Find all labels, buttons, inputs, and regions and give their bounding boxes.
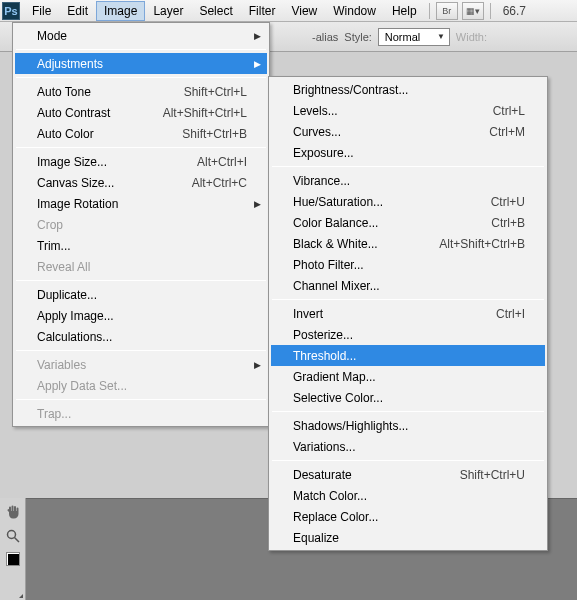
menu-item-shortcut: Ctrl+I xyxy=(496,307,525,321)
menu-item-label: Hue/Saturation... xyxy=(293,195,491,209)
menu-item-label: Threshold... xyxy=(293,349,525,363)
menu-item-label: Gradient Map... xyxy=(293,370,525,384)
menu-item-label: Apply Data Set... xyxy=(37,379,247,393)
chevron-right-icon: ▶ xyxy=(254,59,261,69)
menu-item-label: Match Color... xyxy=(293,489,525,503)
adjustments-item[interactable]: Replace Color... xyxy=(271,506,545,527)
adjustments-item[interactable]: Color Balance...Ctrl+B xyxy=(271,212,545,233)
svg-line-1 xyxy=(14,538,19,543)
image-menu-item[interactable]: Auto ColorShift+Ctrl+B xyxy=(15,123,267,144)
adjustments-item[interactable]: Shadows/Highlights... xyxy=(271,415,545,436)
menu-item-shortcut: Alt+Ctrl+I xyxy=(197,155,247,169)
image-menu-item[interactable]: Duplicate... xyxy=(15,284,267,305)
menu-item-shortcut: Ctrl+L xyxy=(493,104,525,118)
menu-item-shortcut: Ctrl+U xyxy=(491,195,525,209)
menubar-item-filter[interactable]: Filter xyxy=(241,1,284,21)
menu-item-label: Adjustments xyxy=(37,57,247,71)
adjustments-item[interactable]: Gradient Map... xyxy=(271,366,545,387)
menu-item-label: Variables xyxy=(37,358,247,372)
menu-item-label: Desaturate xyxy=(293,468,460,482)
adjustments-item[interactable]: InvertCtrl+I xyxy=(271,303,545,324)
adjustments-separator xyxy=(272,166,544,167)
adjustments-item[interactable]: Equalize xyxy=(271,527,545,548)
adjustments-item[interactable]: Channel Mixer... xyxy=(271,275,545,296)
menu-item-label: Canvas Size... xyxy=(37,176,192,190)
image-menu: Mode▶Adjustments▶Auto ToneShift+Ctrl+LAu… xyxy=(12,22,270,427)
adjustments-item[interactable]: Photo Filter... xyxy=(271,254,545,275)
menu-item-label: Replace Color... xyxy=(293,510,525,524)
adjustments-item[interactable]: Threshold... xyxy=(271,345,545,366)
menu-item-label: Color Balance... xyxy=(293,216,491,230)
menu-item-shortcut: Shift+Ctrl+B xyxy=(182,127,247,141)
adjustments-item[interactable]: DesaturateShift+Ctrl+U xyxy=(271,464,545,485)
adjustments-item[interactable]: Exposure... xyxy=(271,142,545,163)
menubar-item-layer[interactable]: Layer xyxy=(145,1,191,21)
menu-item-label: Variations... xyxy=(293,440,525,454)
adjustments-item[interactable]: Hue/Saturation...Ctrl+U xyxy=(271,191,545,212)
hand-tool[interactable] xyxy=(3,502,23,522)
image-menu-item[interactable]: Canvas Size...Alt+Ctrl+C xyxy=(15,172,267,193)
menubar-divider-2 xyxy=(490,3,491,19)
svg-point-0 xyxy=(7,531,15,539)
adjustments-item[interactable]: Curves...Ctrl+M xyxy=(271,121,545,142)
foreground-swatch[interactable] xyxy=(6,552,20,566)
menu-item-label: Posterize... xyxy=(293,328,525,342)
menu-item-label: Trim... xyxy=(37,239,247,253)
menu-item-shortcut: Alt+Shift+Ctrl+B xyxy=(439,237,525,251)
menu-item-shortcut: Alt+Ctrl+C xyxy=(192,176,247,190)
menu-item-label: Black & White... xyxy=(293,237,439,251)
menubar-item-select[interactable]: Select xyxy=(191,1,240,21)
menu-item-shortcut: Ctrl+B xyxy=(491,216,525,230)
adjustments-item[interactable]: Posterize... xyxy=(271,324,545,345)
chevron-down-icon: ▼ xyxy=(437,32,445,41)
width-label: Width: xyxy=(456,31,487,43)
image-menu-item[interactable]: Image Rotation▶ xyxy=(15,193,267,214)
image-menu-separator xyxy=(16,49,266,50)
adjustments-item[interactable]: Brightness/Contrast... xyxy=(271,79,545,100)
adjustments-item[interactable]: Levels...Ctrl+L xyxy=(271,100,545,121)
menu-item-label: Trap... xyxy=(37,407,247,421)
adjustments-item[interactable]: Variations... xyxy=(271,436,545,457)
menu-item-label: Auto Color xyxy=(37,127,182,141)
adjustments-item[interactable]: Selective Color... xyxy=(271,387,545,408)
adjustments-item[interactable]: Black & White...Alt+Shift+Ctrl+B xyxy=(271,233,545,254)
zoom-tool[interactable] xyxy=(3,526,23,546)
image-menu-item[interactable]: Trim... xyxy=(15,235,267,256)
image-menu-item: Trap... xyxy=(15,403,267,424)
menu-item-label: Auto Contrast xyxy=(37,106,163,120)
image-menu-separator xyxy=(16,399,266,400)
adjustments-submenu: Brightness/Contrast...Levels...Ctrl+LCur… xyxy=(268,76,548,551)
menubar-item-edit[interactable]: Edit xyxy=(59,1,96,21)
image-menu-item: Apply Data Set... xyxy=(15,375,267,396)
image-menu-item[interactable]: Calculations... xyxy=(15,326,267,347)
menubar-item-file[interactable]: File xyxy=(24,1,59,21)
bridge-button[interactable]: Br xyxy=(436,2,458,20)
image-menu-item[interactable]: Image Size...Alt+Ctrl+I xyxy=(15,151,267,172)
layout-button[interactable]: ▦▾ xyxy=(462,2,484,20)
tool-strip xyxy=(0,498,26,600)
antialias-label: -alias xyxy=(312,31,338,43)
menubar-item-view[interactable]: View xyxy=(283,1,325,21)
style-select[interactable]: Normal▼ xyxy=(378,28,450,46)
menu-item-label: Auto Tone xyxy=(37,85,184,99)
image-menu-item[interactable]: Auto ToneShift+Ctrl+L xyxy=(15,81,267,102)
adjustments-item[interactable]: Match Color... xyxy=(271,485,545,506)
style-label: Style: xyxy=(344,31,372,43)
menubar-item-image[interactable]: Image xyxy=(96,1,145,21)
menu-item-label: Channel Mixer... xyxy=(293,279,525,293)
image-menu-item[interactable]: Apply Image... xyxy=(15,305,267,326)
menubar-item-window[interactable]: Window xyxy=(325,1,384,21)
menu-item-label: Reveal All xyxy=(37,260,247,274)
menu-item-label: Image Size... xyxy=(37,155,197,169)
adjustments-item[interactable]: Vibrance... xyxy=(271,170,545,191)
image-menu-item[interactable]: Auto ContrastAlt+Shift+Ctrl+L xyxy=(15,102,267,123)
menu-item-label: Brightness/Contrast... xyxy=(293,83,525,97)
menu-item-label: Curves... xyxy=(293,125,489,139)
menubar-item-help[interactable]: Help xyxy=(384,1,425,21)
menu-item-shortcut: Shift+Ctrl+L xyxy=(184,85,247,99)
image-menu-item[interactable]: Adjustments▶ xyxy=(15,53,267,74)
menu-item-label: Shadows/Highlights... xyxy=(293,419,525,433)
menu-item-label: Crop xyxy=(37,218,247,232)
menu-item-label: Exposure... xyxy=(293,146,525,160)
image-menu-item[interactable]: Mode▶ xyxy=(15,25,267,46)
